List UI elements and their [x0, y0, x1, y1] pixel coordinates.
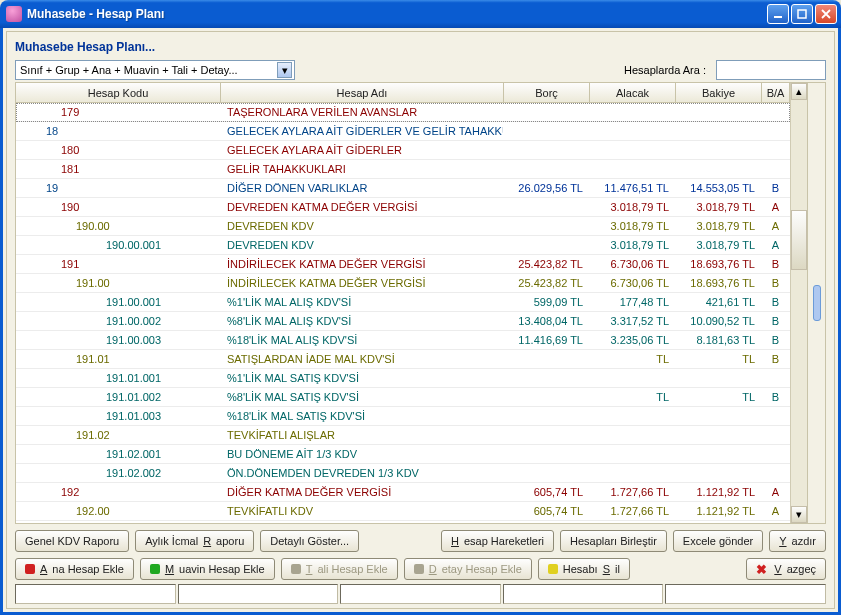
- cell-name: DİĞER KATMA DEĞER VERGİSİ: [221, 486, 504, 498]
- cell-ba: B: [762, 182, 790, 194]
- scroll-down-icon[interactable]: ▾: [791, 506, 807, 523]
- cell-name: İNDİRİLECEK KATMA DEĞER VERGİSİ: [221, 277, 504, 289]
- table-row[interactable]: 192.00TEVKİFATLI KDV605,74 TL1.727,66 TL…: [16, 502, 790, 521]
- minimap-marker: [813, 285, 821, 321]
- table-row[interactable]: 191İNDİRİLECEK KATMA DEĞER VERGİSİ25.423…: [16, 255, 790, 274]
- cell-borc: 11.416,69 TL: [504, 334, 590, 346]
- yellow-square-icon: [548, 564, 558, 574]
- table-row[interactable]: 191.00.002%8'LİK MAL ALIŞ KDV'Sİ13.408,0…: [16, 312, 790, 331]
- cell-name: GELİR TAHAKKUKLARI: [221, 163, 504, 175]
- table-row[interactable]: 19DİĞER DÖNEN VARLIKLAR26.029,56 TL11.47…: [16, 179, 790, 198]
- scroll-track[interactable]: [791, 100, 807, 506]
- table-row[interactable]: 191.01SATIŞLARDAN İADE MAL KDV'SİTLTLB: [16, 350, 790, 369]
- cell-ba: B: [762, 391, 790, 403]
- maximize-button[interactable]: [791, 4, 813, 24]
- col-header-code[interactable]: Hesap Kodu: [16, 83, 221, 102]
- table-row[interactable]: 190.00DEVREDEN KDV3.018,79 TL3.018,79 TL…: [16, 217, 790, 236]
- cell-ba: B: [762, 296, 790, 308]
- cell-borc: 25.423,82 TL: [504, 258, 590, 270]
- excele-gonder-button[interactable]: Excele gönder: [673, 530, 763, 552]
- yazdir-button[interactable]: Yazdır: [769, 530, 826, 552]
- cell-name: TEVKİFATLI ALIŞLAR: [221, 429, 504, 441]
- table-row[interactable]: 192DİĞER KATMA DEĞER VERGİSİ605,74 TL1.7…: [16, 483, 790, 502]
- table-header: Hesap Kodu Hesap Adı Borç Alacak Bakiye …: [16, 83, 790, 103]
- cell-ba: A: [762, 239, 790, 251]
- hesabi-sil-button[interactable]: Hesabı Sil: [538, 558, 630, 580]
- cell-bakiye: 18.693,76 TL: [676, 277, 762, 289]
- aylik-icmal-raporu-button[interactable]: Aylık İcmal Raporu: [135, 530, 254, 552]
- table-row[interactable]: 191.02.002ÖN.DÖNEMDEN DEVREDEN 1/3 KDV: [16, 464, 790, 483]
- cell-code: 191.00.002: [16, 315, 221, 327]
- cell-borc: 599,09 TL: [504, 296, 590, 308]
- cell-borc: 25.423,82 TL: [504, 277, 590, 289]
- cell-alacak: 3.018,79 TL: [590, 239, 676, 251]
- statusbar: [15, 584, 826, 604]
- minimize-button[interactable]: [767, 4, 789, 24]
- table-row[interactable]: 191.00.001%1'LİK MAL ALIŞ KDV'Sİ599,09 T…: [16, 293, 790, 312]
- genel-kdv-raporu-button[interactable]: Genel KDV Raporu: [15, 530, 129, 552]
- table-row[interactable]: 180GELECEK AYLARA AİT GİDERLER: [16, 141, 790, 160]
- muavin-hesap-ekle-button[interactable]: Muavin Hesap Ekle: [140, 558, 275, 580]
- grouping-dropdown[interactable]: Sınıf + Grup + Ana + Muavin + Tali + Det…: [15, 60, 295, 80]
- cell-bakiye: TL: [676, 353, 762, 365]
- table-row[interactable]: 191.01.003%18'LİK MAL SATIŞ KDV'Sİ: [16, 407, 790, 426]
- cell-alacak: 177,48 TL: [590, 296, 676, 308]
- table-row[interactable]: 181GELİR TAHAKKUKLARI: [16, 160, 790, 179]
- detayli-goster-button[interactable]: Detaylı Göster...: [260, 530, 359, 552]
- hesaplari-birlestir-button[interactable]: Hesapları Birleştir: [560, 530, 667, 552]
- cell-bakiye: 8.181,63 TL: [676, 334, 762, 346]
- table-row[interactable]: 179TAŞERONLARA VERİLEN AVANSLAR: [16, 103, 790, 122]
- cell-bakiye: 18.693,76 TL: [676, 258, 762, 270]
- cell-code: 192.00: [16, 505, 221, 517]
- col-header-alacak[interactable]: Alacak: [590, 83, 676, 102]
- col-header-ba[interactable]: B/A: [762, 83, 790, 102]
- table-row[interactable]: 18GELECEK AYLARA AİT GİDERLER VE GELİR T…: [16, 122, 790, 141]
- hesap-hareketleri-button[interactable]: Hesap Hareketleri: [441, 530, 554, 552]
- cell-borc: 605,74 TL: [504, 505, 590, 517]
- statusbar-cell: [178, 584, 339, 604]
- scroll-thumb[interactable]: [791, 210, 807, 270]
- table-row[interactable]: 191.01.001%1'LİK MAL SATIŞ KDV'Sİ: [16, 369, 790, 388]
- ana-hesap-ekle-button[interactable]: Ana Hesap Ekle: [15, 558, 134, 580]
- cell-name: %18'LİK MAL ALIŞ KDV'Sİ: [221, 334, 504, 346]
- col-header-name[interactable]: Hesap Adı: [221, 83, 504, 102]
- cell-bakiye: 421,61 TL: [676, 296, 762, 308]
- table-row[interactable]: 191.00İNDİRİLECEK KATMA DEĞER VERGİSİ25.…: [16, 274, 790, 293]
- gray-square-icon: [414, 564, 424, 574]
- col-header-bakiye[interactable]: Bakiye: [676, 83, 762, 102]
- window-title: Muhasebe - Hesap Planı: [27, 7, 767, 21]
- cell-code: 191.02.002: [16, 467, 221, 479]
- cell-alacak: 1.727,66 TL: [590, 486, 676, 498]
- table-row[interactable]: 191.01.002%8'LİK MAL SATIŞ KDV'SİTLTLB: [16, 388, 790, 407]
- cell-code: 180: [16, 144, 221, 156]
- cell-bakiye: 10.090,52 TL: [676, 315, 762, 327]
- chevron-down-icon: ▾: [277, 62, 292, 78]
- close-button[interactable]: [815, 4, 837, 24]
- cell-code: 19: [16, 182, 221, 194]
- cell-code: 191.00.003: [16, 334, 221, 346]
- table-row[interactable]: 190.00.001DEVREDEN KDV3.018,79 TL3.018,7…: [16, 236, 790, 255]
- vertical-scrollbar[interactable]: ▴ ▾: [790, 83, 807, 523]
- cell-alacak: 3.235,06 TL: [590, 334, 676, 346]
- cell-bakiye: 1.121,92 TL: [676, 486, 762, 498]
- cell-code: 190.00.001: [16, 239, 221, 251]
- gray-square-icon: [291, 564, 301, 574]
- table-row[interactable]: 191.00.003%18'LİK MAL ALIŞ KDV'Sİ11.416,…: [16, 331, 790, 350]
- grouping-dropdown-label: Sınıf + Grup + Ana + Muavin + Tali + Det…: [20, 64, 277, 76]
- cell-code: 191.02: [16, 429, 221, 441]
- table-row[interactable]: 191.02.001BU DÖNEME AİT 1/3 KDV: [16, 445, 790, 464]
- search-input[interactable]: [716, 60, 826, 80]
- cell-ba: B: [762, 277, 790, 289]
- red-square-icon: [25, 564, 35, 574]
- cell-name: %1'LİK MAL SATIŞ KDV'Sİ: [221, 372, 504, 384]
- panel-title: Muhasebe Hesap Planı...: [15, 40, 826, 54]
- col-header-borc[interactable]: Borç: [504, 83, 590, 102]
- statusbar-cell: [340, 584, 501, 604]
- vazgec-button[interactable]: ✖Vazgeç: [746, 558, 826, 580]
- table-row[interactable]: 191.02TEVKİFATLI ALIŞLAR: [16, 426, 790, 445]
- cell-alacak: 3.018,79 TL: [590, 201, 676, 213]
- scroll-up-icon[interactable]: ▴: [791, 83, 807, 100]
- table-row[interactable]: 190DEVREDEN KATMA DEĞER VERGİSİ3.018,79 …: [16, 198, 790, 217]
- cross-icon: ✖: [756, 562, 767, 577]
- cell-code: 18: [16, 125, 221, 137]
